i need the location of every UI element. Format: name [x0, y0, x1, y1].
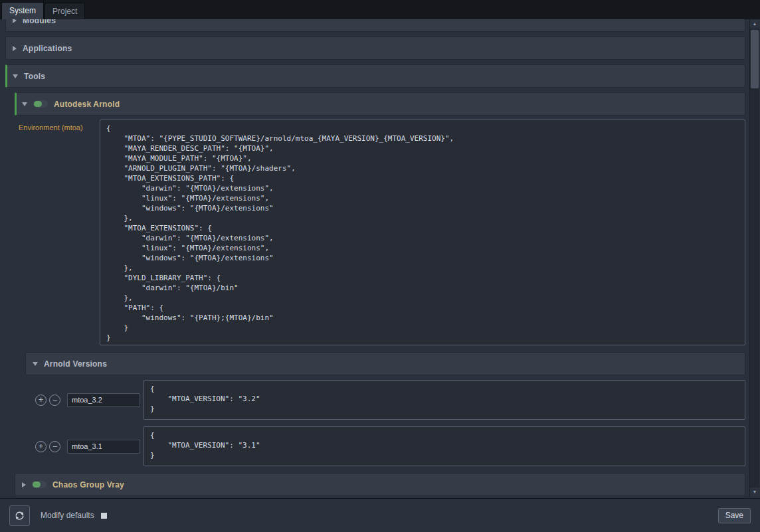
vray-enabled-toggle[interactable] [32, 481, 47, 488]
settings-content: Modules Applications Tools [0, 19, 760, 498]
expand-arrow-icon [22, 482, 26, 488]
environment-row: Environment (mtoa) { "MTOA": "{PYPE_STUD… [19, 120, 745, 345]
expand-arrow-icon [13, 19, 17, 23]
section-applications-header[interactable]: Applications [5, 37, 745, 60]
tab-bar: System Project [0, 0, 760, 19]
settings-window: System Project Modules Applications Tool… [0, 0, 760, 19]
refresh-icon [14, 510, 25, 521]
version-row: + − { "MTOA_VERSION": "3.1" } [35, 426, 745, 466]
section-tools-header[interactable]: Tools [5, 64, 745, 88]
section-modules-header[interactable]: Modules [5, 19, 745, 32]
add-version-button[interactable]: + [35, 395, 47, 406]
version-value-editor[interactable]: { "MTOA_VERSION": "3.1" } [143, 426, 745, 466]
environment-label: Environment (mtoa) [19, 120, 100, 132]
footer-bar: Modify defaults Save [0, 498, 760, 532]
version-key-input[interactable] [67, 440, 140, 454]
remove-version-button[interactable]: − [49, 395, 60, 406]
add-version-button[interactable]: + [35, 441, 47, 452]
vray-group-header[interactable]: Chaos Group Vray [15, 473, 745, 496]
expand-arrow-icon [13, 46, 17, 51]
version-key-input[interactable] [67, 393, 140, 407]
vertical-scrollbar[interactable]: ▲ ▼ [749, 19, 759, 497]
modify-defaults-label: Modify defaults [41, 511, 94, 520]
group-autodesk-arnold: Autodesk Arnold Environment (mtoa) { "MT… [15, 92, 745, 466]
arnold-versions-header[interactable]: Arnold Versions [25, 352, 745, 375]
collapse-arrow-icon [13, 74, 18, 78]
section-tools: Tools Autodesk Arnold Environment (mtoa)… [5, 64, 745, 496]
section-modules-title: Modules [23, 19, 56, 25]
save-button[interactable]: Save [718, 508, 751, 523]
scrollbar-thumb[interactable] [751, 30, 759, 88]
arnold-group-title: Autodesk Arnold [54, 100, 120, 109]
collapse-arrow-icon [22, 102, 27, 106]
collapse-arrow-icon [33, 362, 38, 366]
section-modules: Modules [5, 19, 745, 32]
section-applications-title: Applications [23, 44, 72, 53]
scroll-up-arrow-icon[interactable]: ▲ [750, 19, 759, 29]
tools-body: Autodesk Arnold Environment (mtoa) { "MT… [15, 92, 745, 496]
section-arnold-versions: Arnold Versions + − { "MTOA_VERSION": "3… [25, 352, 745, 466]
version-row: + − { "MTOA_VERSION": "3.2" } [35, 380, 745, 420]
section-tools-title: Tools [24, 72, 45, 81]
version-value-editor[interactable]: { "MTOA_VERSION": "3.2" } [143, 380, 745, 420]
section-applications: Applications [5, 37, 745, 60]
modify-defaults-checkbox[interactable] [101, 513, 107, 519]
arnold-group-header[interactable]: Autodesk Arnold [15, 92, 745, 116]
arnold-versions-title: Arnold Versions [44, 359, 107, 369]
tab-project[interactable]: Project [45, 3, 85, 19]
remove-version-button[interactable]: − [49, 441, 60, 452]
arnold-enabled-toggle[interactable] [33, 100, 48, 108]
refresh-button[interactable] [9, 505, 30, 526]
scroll-down-arrow-icon[interactable]: ▼ [750, 488, 759, 497]
arnold-environment-editor[interactable]: { "MTOA": "{PYPE_STUDIO_SOFTWARE}/arnold… [100, 120, 745, 345]
vray-group-title: Chaos Group Vray [52, 480, 124, 489]
tab-system[interactable]: System [1, 2, 44, 19]
